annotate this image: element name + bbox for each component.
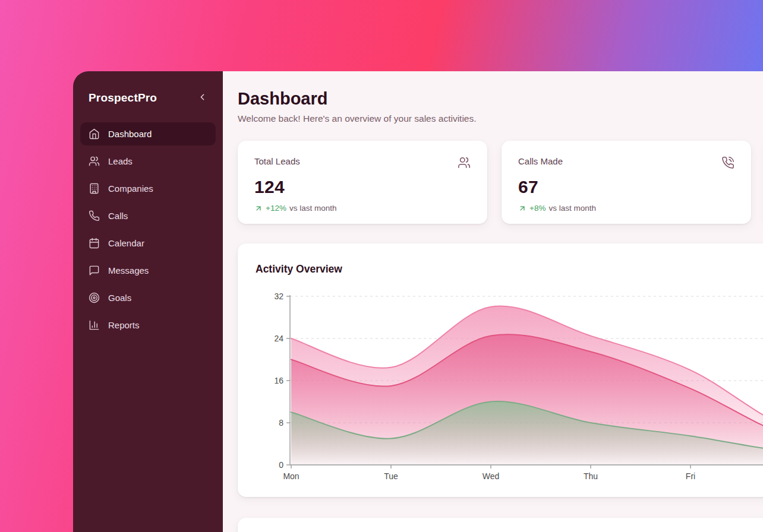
trend-percent: +12% <box>266 204 286 213</box>
sidebar-item-companies[interactable]: Companies <box>80 177 216 200</box>
sidebar-nav: DashboardLeadsCompaniesCallsCalendarMess… <box>73 122 223 337</box>
sidebar-header: ProspectPro <box>73 90 223 106</box>
sidebar-item-reports[interactable]: Reports <box>80 314 216 337</box>
svg-text:Thu: Thu <box>584 471 598 481</box>
sidebar: ProspectPro DashboardLeadsCompaniesCalls… <box>73 71 223 532</box>
sidebar-item-calls[interactable]: Calls <box>80 204 216 227</box>
phone-icon <box>89 210 100 221</box>
page-title: Dashboard <box>238 89 763 108</box>
message-square-icon <box>89 265 100 276</box>
sidebar-item-messages[interactable]: Messages <box>80 259 216 282</box>
svg-text:Fri: Fri <box>686 471 695 481</box>
home-icon <box>89 128 100 140</box>
sidebar-item-dashboard[interactable]: Dashboard <box>80 122 216 145</box>
calendar-icon <box>89 238 100 249</box>
stat-label: Total Leads <box>254 156 300 166</box>
trend-suffix: vs last month <box>289 204 337 213</box>
users-icon <box>89 156 100 167</box>
page-subtitle: Welcome back! Here's an overview of your… <box>238 113 763 124</box>
sidebar-item-calendar[interactable]: Calendar <box>80 232 216 255</box>
svg-text:0: 0 <box>279 460 283 470</box>
stat-trend: +12%vs last month <box>254 204 471 213</box>
stat-cards-row: Total Leads124+12%vs last monthCalls Mad… <box>238 141 763 224</box>
stat-value: 67 <box>518 177 734 197</box>
bar-chart-icon <box>89 319 100 331</box>
svg-text:Mon: Mon <box>283 471 299 481</box>
arrow-up-right-icon <box>518 204 526 213</box>
stat-card-total-leads: Total Leads124+12%vs last month <box>238 141 487 224</box>
stat-card-calls-made: Calls Made67+8%vs last month <box>502 141 751 224</box>
svg-text:8: 8 <box>279 418 283 428</box>
sidebar-collapse-button[interactable] <box>197 92 207 104</box>
stat-label: Calls Made <box>518 156 563 166</box>
svg-text:16: 16 <box>274 376 283 385</box>
stat-value: 124 <box>254 177 471 197</box>
building-icon <box>89 183 100 194</box>
brand-logo: ProspectPro <box>89 91 157 104</box>
app-window: ProspectPro DashboardLeadsCompaniesCalls… <box>73 71 763 532</box>
trend-percent: +8% <box>529 204 546 213</box>
bottom-card-partial <box>238 518 763 532</box>
activity-area-chart: 08162432MonTueWedThuFriSatSun <box>256 289 763 488</box>
chevron-left-icon <box>197 92 207 104</box>
arrow-up-right-icon <box>254 204 263 213</box>
activity-overview-card: Activity Overview 08162432MonTueWedThuFr… <box>238 243 763 497</box>
chart-title: Activity Overview <box>256 261 763 277</box>
svg-text:24: 24 <box>274 334 283 343</box>
svg-text:32: 32 <box>274 292 283 301</box>
target-icon <box>89 292 100 303</box>
stat-trend: +8%vs last month <box>518 204 734 213</box>
svg-text:Wed: Wed <box>483 471 500 481</box>
phone-call-icon <box>721 156 734 172</box>
users-icon <box>458 156 471 172</box>
svg-text:Tue: Tue <box>384 471 398 481</box>
sidebar-item-leads[interactable]: Leads <box>80 150 216 173</box>
trend-suffix: vs last month <box>548 204 596 213</box>
main-content: Dashboard Welcome back! Here's an overvi… <box>223 71 763 532</box>
sidebar-item-goals[interactable]: Goals <box>80 286 216 309</box>
